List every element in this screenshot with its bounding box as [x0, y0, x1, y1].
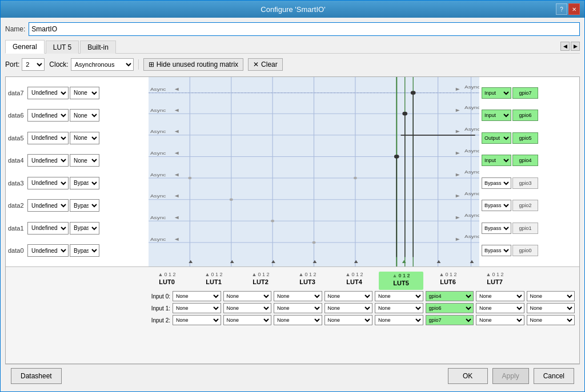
lut2-input1-select[interactable]: None — [274, 303, 322, 313]
tab-builtin[interactable]: Built-in — [80, 41, 116, 54]
gpio6-mode-select[interactable]: InputOutputBypass — [482, 110, 511, 121]
gpio3-name: gpio3 — [512, 177, 538, 189]
lut4-input2-select[interactable]: None — [375, 315, 423, 325]
close-button[interactable]: ✕ — [568, 3, 580, 15]
data5-signal-select[interactable]: None — [70, 132, 99, 144]
data4-signal-select[interactable]: None — [70, 154, 99, 167]
lut2-input0-select[interactable]: None — [274, 291, 322, 301]
lut6-input1-select[interactable]: None — [476, 303, 524, 313]
gpio6-name: gpio6 — [512, 110, 538, 121]
clock-select[interactable]: AsynchronousSynchronous — [71, 58, 134, 71]
lut2-input2-select[interactable]: None — [274, 315, 322, 325]
data-row-7: data7 Undefined None — [8, 84, 146, 102]
tab-lut5[interactable]: LUT 5 — [46, 41, 79, 54]
gpio5-mode-select[interactable]: OutputInputBypass — [482, 132, 511, 144]
lut5-input1-select[interactable]: gpio6None — [426, 303, 474, 313]
main-canvas: data7 Undefined None data6 Undefined Non… — [5, 76, 580, 364]
lut1-input1-select[interactable]: None — [223, 303, 272, 313]
svg-text:Async: Async — [464, 213, 479, 218]
clear-button[interactable]: ✕ Clear — [248, 58, 283, 71]
lut1-input0-select[interactable]: None — [223, 291, 272, 301]
data1-signal-select[interactable]: Bypass — [70, 222, 99, 235]
lut5-title: LUT5 — [393, 280, 409, 286]
gpio1-mode-select[interactable]: BypassInputOutput — [482, 223, 511, 234]
help-button[interactable]: ? — [556, 3, 567, 15]
lut6-header: ▲ 0 1 2 — [439, 272, 457, 277]
svg-text:Async: Async — [150, 215, 166, 220]
lut3-input2-select[interactable]: None — [324, 315, 373, 325]
lut1-input2-select[interactable]: None — [223, 315, 272, 325]
lut4-input1-select[interactable]: None — [375, 303, 423, 313]
svg-text:▲: ▲ — [435, 259, 442, 264]
data3-signal-select[interactable]: Bypass — [70, 177, 99, 189]
data2-mode-select[interactable]: Undefined — [27, 199, 69, 212]
lut0-input1-select[interactable]: None — [173, 303, 221, 313]
gpio0-mode-select[interactable]: BypassInputOutput — [482, 245, 511, 256]
lut-spacer — [10, 267, 145, 363]
lut3-input1-select[interactable]: None — [324, 303, 373, 313]
data7-label: data7 — [8, 90, 26, 96]
cancel-button[interactable]: Cancel — [534, 368, 574, 384]
data6-signal-select[interactable]: None — [70, 109, 99, 122]
name-input[interactable] — [29, 22, 580, 36]
gpio-row-0: BypassInputOutput gpio0 — [482, 242, 577, 259]
gpio4-name: gpio4 — [512, 155, 538, 166]
svg-text:Async: Async — [464, 84, 479, 90]
gpio3-mode-select[interactable]: BypassInputOutput — [482, 177, 511, 189]
data7-mode-select[interactable]: Undefined — [27, 87, 69, 99]
lut0-input0-select[interactable]: None — [173, 291, 221, 301]
lut0-input2-select[interactable]: None — [173, 315, 221, 325]
gpio2-mode-select[interactable]: BypassInputOutput — [482, 200, 511, 211]
lut3-title: LUT3 — [299, 278, 315, 285]
svg-point-24 — [230, 198, 233, 200]
tab-general[interactable]: General — [5, 40, 45, 54]
lut7-input2-select[interactable]: None — [527, 315, 575, 325]
lut5-nums: 0 1 2 — [398, 273, 410, 278]
lut3-arrow: ▲ — [299, 272, 304, 277]
data-row-2: data2 Undefined Bypass — [8, 196, 146, 215]
lut0-nums: 0 1 2 — [164, 272, 175, 277]
data-row-6: data6 Undefined None — [8, 106, 146, 124]
lut5-input0-select[interactable]: gpio4None — [426, 291, 474, 301]
toolbar: Port: 248 Clock: AsynchronousSynchronous… — [5, 56, 580, 73]
lut6-input2-select[interactable]: None — [476, 315, 524, 325]
gpio4-mode-select[interactable]: InputOutputBypass — [482, 155, 511, 166]
data5-mode-select[interactable]: Undefined — [27, 132, 69, 144]
port-select[interactable]: 248 — [22, 58, 45, 71]
svg-text:Async: Async — [150, 237, 166, 242]
svg-text:◄: ◄ — [173, 107, 179, 112]
tab-next-button[interactable]: ▶ — [571, 42, 580, 51]
data7-signal-select[interactable]: None — [70, 87, 99, 99]
lut3-nums: 0 1 2 — [304, 272, 316, 277]
data3-mode-select[interactable]: Undefined — [27, 177, 69, 189]
svg-text:Async: Async — [464, 234, 479, 239]
lut4-input0-select[interactable]: None — [375, 291, 423, 301]
apply-button[interactable]: Apply — [492, 368, 529, 384]
svg-text:◄: ◄ — [173, 193, 179, 199]
data6-mode-select[interactable]: Undefined — [27, 109, 69, 122]
tab-prev-button[interactable]: ◀ — [560, 42, 570, 51]
datasheet-button[interactable]: Datasheet — [11, 368, 62, 384]
data1-mode-select[interactable]: Undefined — [27, 222, 69, 235]
lut7-input0-select[interactable]: None — [527, 291, 575, 301]
lut6-input0-select[interactable]: None — [476, 291, 524, 301]
lut3-input0-select[interactable]: None — [324, 291, 373, 301]
lut-bottom: ▲ 0 1 2 LUT0 ▲ 0 1 2 — [6, 266, 579, 363]
lut-headers-row: ▲ 0 1 2 LUT0 ▲ 0 1 2 — [145, 269, 575, 291]
toolbar-separator — [138, 59, 139, 70]
data0-mode-select[interactable]: Undefined — [27, 244, 69, 257]
svg-text:▲: ▲ — [400, 259, 407, 264]
lut7-input1-select[interactable]: None — [527, 303, 575, 313]
port-item: Port: 248 — [5, 58, 45, 71]
ok-button[interactable]: OK — [448, 368, 488, 384]
gpio7-mode-select[interactable]: InputOutputBypass — [482, 87, 511, 99]
data2-signal-select[interactable]: Bypass — [70, 199, 99, 212]
gpio2-name: gpio2 — [512, 200, 538, 211]
data0-signal-select[interactable]: Bypass — [70, 244, 99, 257]
hide-routing-button[interactable]: ⊞ Hide unused routing matrix — [143, 58, 243, 71]
svg-text:Async: Async — [150, 108, 166, 113]
lut5-input2-select[interactable]: gpio7None — [426, 315, 474, 325]
data4-mode-select[interactable]: Undefined — [27, 154, 69, 167]
data2-label: data2 — [8, 202, 26, 209]
lut6-title: LUT6 — [440, 278, 456, 285]
